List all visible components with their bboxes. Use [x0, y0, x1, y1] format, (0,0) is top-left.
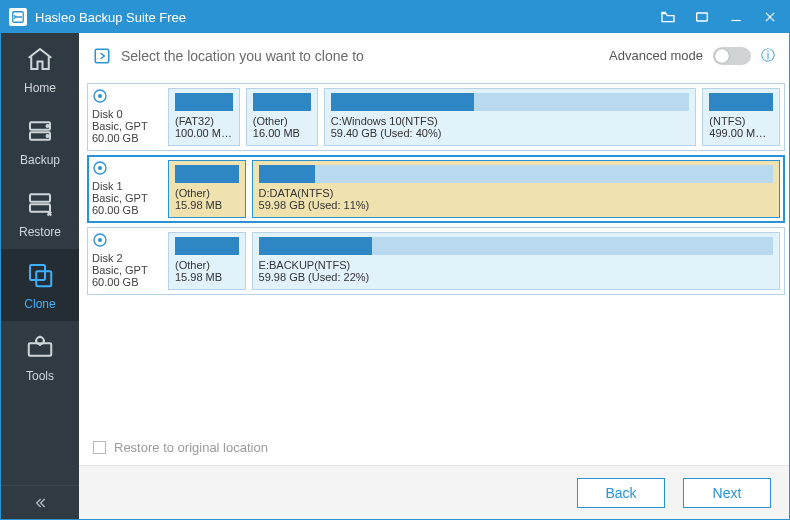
- sidebar-item-backup[interactable]: Backup: [1, 105, 79, 177]
- partition[interactable]: (Other)15.98 MB: [168, 160, 246, 218]
- advanced-mode-toggle[interactable]: [713, 47, 751, 65]
- svg-point-17: [99, 95, 102, 98]
- sidebar-item-tools[interactable]: Tools: [1, 321, 79, 393]
- svg-rect-12: [36, 271, 51, 286]
- advanced-mode-label: Advanced mode: [609, 48, 703, 63]
- partition-label: E:BACKUP(NTFS): [259, 259, 773, 271]
- app-title: Hasleo Backup Suite Free: [35, 10, 186, 25]
- partition-label: (NTFS): [709, 115, 773, 127]
- partition-size: 15.98 MB: [175, 271, 239, 283]
- partition[interactable]: (Other)16.00 MB: [246, 88, 318, 146]
- disk-row[interactable]: Disk 2Basic, GPT60.00 GB(Other)15.98 MBE…: [87, 227, 785, 295]
- usage-bar: [259, 237, 773, 255]
- disk-size: 60.00 GB: [92, 276, 162, 288]
- clone-icon: [24, 259, 56, 291]
- disk-header: Disk 1Basic, GPT60.00 GB: [92, 160, 162, 218]
- info-icon[interactable]: ⓘ: [761, 47, 775, 65]
- app-window: Hasleo Backup Suite Free HomeBackupResto…: [0, 0, 790, 520]
- svg-rect-11: [30, 265, 45, 280]
- disk-row[interactable]: Disk 0Basic, GPT60.00 GB(FAT32)100.00 MB…: [87, 83, 785, 151]
- close-button[interactable]: [757, 4, 783, 30]
- svg-rect-1: [697, 13, 708, 21]
- disk-header: Disk 2Basic, GPT60.00 GB: [92, 232, 162, 290]
- back-button[interactable]: Back: [577, 478, 665, 508]
- partition-size: 15.98 MB: [175, 199, 239, 211]
- partition-label: D:DATA(NTFS): [259, 187, 773, 199]
- disk-size: 60.00 GB: [92, 204, 162, 216]
- partition-size: 100.00 MB ...: [175, 127, 233, 139]
- restore-original-checkbox[interactable]: [93, 441, 106, 454]
- sidebar-item-label: Restore: [19, 225, 61, 239]
- instruction-bar: Select the location you want to clone to…: [79, 33, 789, 79]
- usage-bar: [709, 93, 773, 111]
- partition[interactable]: (NTFS)499.00 MB ...: [702, 88, 780, 146]
- svg-rect-15: [95, 49, 109, 63]
- tools-icon: [24, 331, 56, 363]
- app-logo-icon: [9, 8, 27, 26]
- partition-label: C:Windows 10(NTFS): [331, 115, 690, 127]
- next-button[interactable]: Next: [683, 478, 771, 508]
- sidebar-item-label: Backup: [20, 153, 60, 167]
- disk-header: Disk 0Basic, GPT60.00 GB: [92, 88, 162, 146]
- disk-row[interactable]: Disk 1Basic, GPT60.00 GB(Other)15.98 MBD…: [87, 155, 785, 223]
- usage-bar: [175, 237, 239, 255]
- partition-size: 16.00 MB: [253, 127, 311, 139]
- partition-size: 59.40 GB (Used: 40%): [331, 127, 690, 139]
- sidebar-item-label: Tools: [26, 369, 54, 383]
- sidebar: HomeBackupRestoreCloneTools: [1, 33, 79, 519]
- disk-icon: [92, 88, 162, 106]
- partition[interactable]: E:BACKUP(NTFS)59.98 GB (Used: 22%): [252, 232, 780, 290]
- svg-rect-9: [30, 194, 50, 202]
- backup-icon: [24, 115, 56, 147]
- sidebar-item-label: Home: [24, 81, 56, 95]
- usage-bar: [175, 165, 239, 183]
- window-controls: [655, 4, 783, 30]
- sidebar-item-home[interactable]: Home: [1, 33, 79, 105]
- disk-name: Disk 2: [92, 252, 162, 264]
- partition-list: (Other)15.98 MBE:BACKUP(NTFS)59.98 GB (U…: [168, 232, 780, 290]
- partition-label: (Other): [175, 259, 239, 271]
- minimize-button[interactable]: [723, 4, 749, 30]
- restore-icon: [24, 187, 56, 219]
- card-icon[interactable]: [689, 4, 715, 30]
- sidebar-item-restore[interactable]: Restore: [1, 177, 79, 249]
- partition-label: (Other): [175, 187, 239, 199]
- disk-scheme: Basic, GPT: [92, 264, 162, 276]
- options-bar: Restore to original location: [79, 429, 789, 465]
- svg-point-8: [47, 135, 49, 137]
- partition[interactable]: C:Windows 10(NTFS)59.40 GB (Used: 40%): [324, 88, 697, 146]
- sidebar-collapse-button[interactable]: [1, 485, 79, 519]
- usage-bar: [253, 93, 311, 111]
- restore-original-label: Restore to original location: [114, 440, 268, 455]
- instruction-text: Select the location you want to clone to: [121, 48, 364, 64]
- disk-name: Disk 1: [92, 180, 162, 192]
- svg-point-19: [99, 167, 102, 170]
- partition-size: 59.98 GB (Used: 11%): [259, 199, 773, 211]
- disk-size: 60.00 GB: [92, 132, 162, 144]
- disk-icon: [92, 160, 162, 178]
- partition-size: 499.00 MB ...: [709, 127, 773, 139]
- partition-list: (Other)15.98 MBD:DATA(NTFS)59.98 GB (Use…: [168, 160, 780, 218]
- button-bar: Back Next: [79, 465, 789, 519]
- svg-point-21: [99, 239, 102, 242]
- partition-size: 59.98 GB (Used: 22%): [259, 271, 773, 283]
- partition-label: (Other): [253, 115, 311, 127]
- svg-point-7: [47, 125, 49, 127]
- disk-scheme: Basic, GPT: [92, 192, 162, 204]
- usage-bar: [259, 165, 773, 183]
- partition-label: (FAT32): [175, 115, 233, 127]
- partition[interactable]: D:DATA(NTFS)59.98 GB (Used: 11%): [252, 160, 780, 218]
- open-folder-icon[interactable]: [655, 4, 681, 30]
- disk-icon: [92, 232, 162, 250]
- partition[interactable]: (Other)15.98 MB: [168, 232, 246, 290]
- disk-list: Disk 0Basic, GPT60.00 GB(FAT32)100.00 MB…: [79, 79, 789, 429]
- partition[interactable]: (FAT32)100.00 MB ...: [168, 88, 240, 146]
- main-panel: Select the location you want to clone to…: [79, 33, 789, 519]
- usage-bar: [331, 93, 690, 111]
- sidebar-item-clone[interactable]: Clone: [1, 249, 79, 321]
- title-bar: Hasleo Backup Suite Free: [1, 1, 789, 33]
- usage-bar: [175, 93, 233, 111]
- target-location-icon: [93, 47, 111, 65]
- home-icon: [24, 43, 56, 75]
- svg-rect-10: [30, 204, 50, 212]
